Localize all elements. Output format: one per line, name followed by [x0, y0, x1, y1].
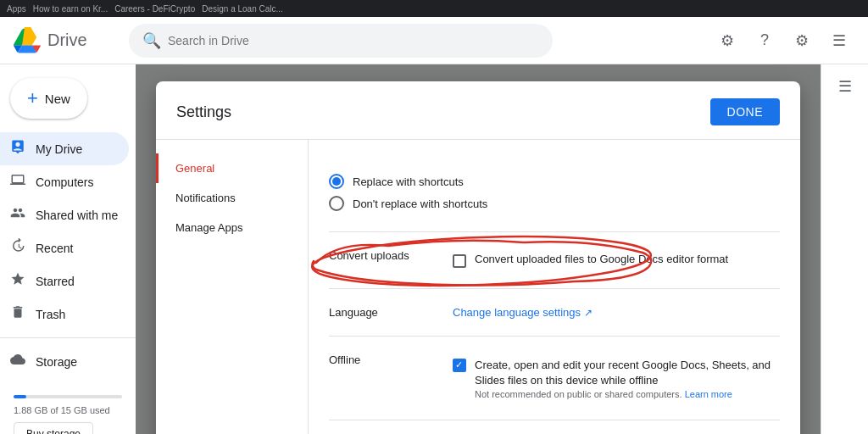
sidebar: + New My Drive Computers Shared with — [0, 64, 136, 434]
language-options: Change language settings ↗ — [453, 306, 780, 319]
sidebar-item-label: Storage — [36, 355, 77, 369]
storage-section: 1.88 GB of 15 GB used Buy storage — [0, 378, 136, 434]
dont-replace-shortcuts-option[interactable]: Don't replace with shortcuts — [329, 192, 780, 214]
learn-more-link[interactable]: Learn more — [685, 389, 732, 399]
language-label: Language — [329, 306, 439, 319]
sidebar-item-recent[interactable]: Recent — [0, 231, 129, 264]
language-section: Language Change language settings ↗ — [329, 289, 780, 337]
browser-tab: Design a Loan Calc... — [202, 4, 283, 14]
sidebar-item-my-drive[interactable]: My Drive — [0, 132, 129, 165]
app-container: Drive 🔍 ⚙ ? ⚙ ☰ + New My Drive — [0, 17, 868, 434]
buy-storage-button[interactable]: Buy storage — [14, 422, 93, 434]
change-language-link[interactable]: Change language settings ↗ — [453, 306, 780, 319]
drive-logo-icon — [14, 27, 41, 54]
offline-text-area: Create, open and edit your recent Google… — [475, 357, 780, 399]
replace-shortcuts-label: Replace with shortcuts — [353, 175, 464, 188]
modal-nav-manage-apps[interactable]: Manage Apps — [156, 213, 308, 242]
modal-title: Settings — [176, 103, 231, 121]
browser-tab: How to earn on Kr... — [33, 4, 108, 14]
convert-uploads-row: Convert uploads Convert uploaded files t… — [329, 242, 780, 278]
storage-used-text: 1.88 GB of 15 GB used — [14, 405, 122, 415]
change-language-text: Change language settings — [453, 306, 581, 319]
replace-shortcuts-radio[interactable] — [329, 174, 344, 189]
offline-label: Offline — [329, 353, 439, 366]
modal-sidebar-nav: General Notifications Manage Apps — [156, 140, 309, 434]
convert-uploads-section: Convert uploads Convert uploaded files t… — [329, 232, 780, 289]
dont-replace-shortcuts-label: Don't replace with shortcuts — [353, 198, 487, 210]
sidebar-item-label: Trash — [36, 308, 65, 321]
plus-icon: + — [27, 87, 38, 109]
modal-header: Settings DONE — [156, 81, 800, 140]
external-link-icon: ↗ — [584, 307, 593, 319]
storage-icon — [10, 352, 25, 371]
modal-nav-general[interactable]: General — [156, 153, 308, 183]
sidebar-item-label: Starred — [36, 275, 75, 288]
convert-uploads-checkbox-label: Convert uploaded files to Google Docs ed… — [475, 253, 728, 265]
sidebar-item-label: Shared with me — [36, 209, 118, 222]
logo-area: Drive — [14, 27, 115, 54]
modal-nav-notifications[interactable]: Notifications — [156, 183, 308, 213]
sidebar-item-starred[interactable]: Starred — [0, 264, 129, 298]
sidebar-item-shared[interactable]: Shared with me — [0, 198, 129, 231]
browser-bar: Apps How to earn on Kr... Careers - DeFi… — [0, 0, 868, 17]
main-content: Settings DONE General Notifications Mana… — [136, 64, 821, 434]
done-button[interactable]: DONE — [710, 98, 780, 125]
gear-button[interactable]: ⚙ — [787, 25, 817, 56]
modal-body: General Notifications Manage Apps — [156, 140, 800, 434]
storage-bar — [14, 395, 122, 398]
trash-icon — [10, 304, 25, 324]
language-row: Language Change language settings ↗ — [329, 299, 780, 326]
new-button-label: New — [45, 92, 70, 106]
browser-tab: Careers - DeFiCrypto — [114, 4, 195, 14]
sidebar-divider — [0, 337, 136, 338]
sidebar-item-label: Computers — [36, 175, 93, 189]
settings-sliders-button[interactable]: ⚙ — [712, 25, 743, 56]
convert-uploads-label: Convert uploads — [329, 249, 439, 262]
offline-checkbox-label: Create, open and edit your recent Google… — [475, 359, 771, 387]
sidebar-item-label: Recent — [36, 242, 73, 255]
search-input[interactable] — [168, 34, 539, 47]
settings-modal: Settings DONE General Notifications Mana… — [156, 81, 800, 434]
search-bar[interactable]: 🔍 — [129, 24, 553, 58]
offline-checkbox[interactable] — [453, 359, 466, 372]
sidebar-item-label: My Drive — [36, 142, 82, 156]
drive-icon — [10, 139, 25, 159]
shared-icon — [10, 205, 25, 225]
right-panel: ☰ — [821, 64, 868, 434]
browser-tab: Apps — [7, 4, 26, 14]
shortcuts-section: Replace with shortcuts Don't replace wit… — [329, 153, 780, 232]
offline-sub-text: Not recommended on public or shared comp… — [475, 389, 780, 399]
shortcuts-options: Replace with shortcuts Don't replace wit… — [329, 170, 780, 214]
offline-options: Create, open and edit your recent Google… — [453, 353, 780, 403]
sidebar-item-computers[interactable]: Computers — [0, 165, 129, 198]
new-button[interactable]: + New — [10, 78, 87, 119]
storage-bar-fill — [14, 395, 26, 398]
density-row: Density Comfortable Cozy Compact — [329, 431, 780, 434]
star-icon — [10, 271, 25, 291]
offline-section: Offline Create, open and edit your recen… — [329, 337, 780, 420]
body-area: + New My Drive Computers Shared with — [0, 64, 868, 434]
sidebar-item-trash[interactable]: Trash — [0, 298, 129, 331]
header: Drive 🔍 ⚙ ? ⚙ ☰ — [0, 17, 868, 64]
convert-uploads-checkbox-option[interactable]: Convert uploaded files to Google Docs ed… — [453, 249, 780, 271]
sidebar-item-storage[interactable]: Storage — [0, 345, 129, 378]
modal-content-area: Replace with shortcuts Don't replace wit… — [309, 140, 800, 434]
shortcuts-row: Replace with shortcuts Don't replace wit… — [329, 164, 780, 221]
convert-uploads-options: Convert uploaded files to Google Docs ed… — [453, 249, 780, 271]
grid-view-button[interactable]: ☰ — [824, 25, 854, 56]
replace-shortcuts-option[interactable]: Replace with shortcuts — [329, 170, 780, 192]
header-actions: ⚙ ? ⚙ ☰ — [712, 25, 854, 56]
right-panel-button[interactable]: ☰ — [830, 71, 860, 102]
dont-replace-shortcuts-radio[interactable] — [329, 196, 344, 211]
offline-row: Offline Create, open and edit your recen… — [329, 347, 780, 409]
convert-uploads-checkbox[interactable] — [453, 254, 466, 268]
recent-icon — [10, 238, 25, 258]
offline-checkbox-option[interactable]: Create, open and edit your recent Google… — [453, 353, 780, 403]
density-section: Density Comfortable Cozy Compact — [329, 420, 780, 434]
help-button[interactable]: ? — [749, 25, 780, 56]
search-icon: 🔍 — [142, 31, 161, 50]
computer-icon — [10, 172, 25, 192]
logo-text: Drive — [47, 31, 87, 50]
